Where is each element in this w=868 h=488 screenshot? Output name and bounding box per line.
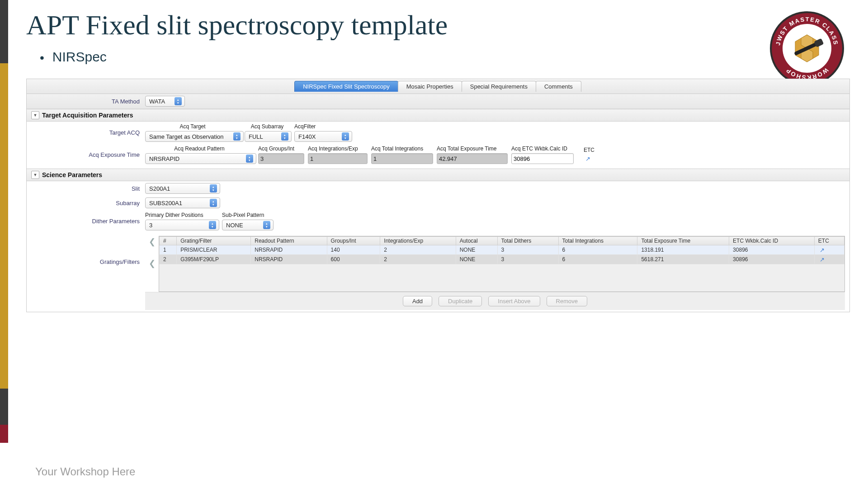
hdr-acq-calcid: Acq ETC Wkbk.Calc ID <box>511 145 567 152</box>
row-reorder-controls: ❮ ❮ <box>145 234 159 292</box>
hdr-acq-totint: Acq Total Integrations <box>371 145 423 152</box>
tab-special-req[interactable]: Special Requirements <box>462 81 536 92</box>
side-accent-red <box>0 425 8 443</box>
tab-comments[interactable]: Comments <box>536 81 581 92</box>
select-primary-dither[interactable]: 3 <box>145 220 219 230</box>
etc-link-icon[interactable]: ↗ <box>584 155 592 163</box>
label-ta-method: TA Method <box>31 98 145 105</box>
duplicate-button[interactable]: Duplicate <box>439 296 482 306</box>
hdr-acq-totexp: Acq Total Exposure Time <box>437 145 497 152</box>
tab-bar: NIRSpec Fixed Slit Spectroscopy Mosaic P… <box>27 79 849 94</box>
col-totexp[interactable]: Total Exposure Time <box>637 237 729 245</box>
bullet-nirspec: NIRSpec <box>40 49 850 65</box>
hdr-acq-intexp: Acq Integrations/Exp <box>308 145 358 152</box>
col-grating-filter[interactable]: Grating/Filter <box>177 237 251 245</box>
chevron-updown-icon <box>233 132 241 141</box>
hdr-acq-subarray: Acq Subarray <box>251 123 284 130</box>
col-groups[interactable]: Groups/Int <box>327 237 380 245</box>
field-acq-intexp <box>308 153 368 164</box>
col-totint[interactable]: Total Integrations <box>558 237 637 245</box>
page-title: APT Fixed slit spectroscopy template <box>26 9 850 41</box>
hdr-acq-target: Acq Target <box>179 123 205 130</box>
field-acq-totint <box>371 153 433 164</box>
select-acq-readout[interactable]: NRSRAPID <box>145 153 256 164</box>
footer-text: Your Workshop Here <box>35 465 135 478</box>
select-acq-filter[interactable]: F140X <box>294 131 352 142</box>
add-button[interactable]: Add <box>403 296 432 306</box>
col-num[interactable]: # <box>160 237 177 245</box>
chevron-updown-icon <box>210 184 217 192</box>
field-acq-calcid[interactable] <box>511 153 574 164</box>
select-ta-method[interactable]: WATA <box>145 96 185 107</box>
move-down-icon[interactable]: ❮ <box>149 258 156 268</box>
table-button-bar: Add Duplicate Insert Above Remove <box>145 292 845 310</box>
col-intexp[interactable]: Integrations/Exp <box>380 237 456 245</box>
chevron-updown-icon <box>246 155 253 163</box>
insert-above-button[interactable]: Insert Above <box>488 296 540 306</box>
etc-link-icon[interactable]: ↗ <box>818 255 826 263</box>
section-science-params[interactable]: ▼ Science Parameters <box>27 169 849 181</box>
hdr-acq-groups: Acq Groups/Int <box>258 145 294 152</box>
hdr-acq-filter: AcqFilter <box>294 123 316 130</box>
label-gratings-filters: Gratings/Filters <box>31 234 145 265</box>
table-row[interactable]: 2 G395M/F290LP NRSRAPID 600 2 NONE 3 6 5 <box>160 255 844 264</box>
side-accent-dark2 <box>0 389 8 425</box>
hdr-acq-etc: ETC <box>584 147 594 153</box>
side-accent-gold <box>0 63 8 389</box>
select-slit[interactable]: S200A1 <box>145 183 220 194</box>
chevron-updown-icon <box>209 221 216 229</box>
select-subpixel[interactable]: NONE <box>222 220 274 230</box>
col-totdith[interactable]: Total Dithers <box>497 237 558 245</box>
chevron-updown-icon <box>175 97 182 105</box>
chevron-updown-icon <box>342 132 349 141</box>
tab-fixed-slit[interactable]: NIRSpec Fixed Slit Spectroscopy <box>294 81 398 92</box>
chevron-updown-icon <box>281 132 288 141</box>
hdr-primary-dither: Primary Dither Positions <box>145 212 203 218</box>
section-target-acq[interactable]: ▼ Target Acquisition Parameters <box>27 109 849 122</box>
col-autocal[interactable]: Autocal <box>456 237 497 245</box>
tab-mosaic[interactable]: Mosaic Properties <box>398 81 462 92</box>
disclosure-triangle-icon[interactable]: ▼ <box>31 171 39 179</box>
apt-panel: NIRSpec Fixed Slit Spectroscopy Mosaic P… <box>26 79 850 312</box>
label-subarray: Subarray <box>31 200 145 206</box>
label-acq-exp-time: Acq Exposure Time <box>31 151 145 158</box>
move-up-icon[interactable]: ❮ <box>149 237 156 247</box>
side-accent-dark <box>0 0 8 63</box>
remove-button[interactable]: Remove <box>547 296 587 306</box>
chevron-updown-icon <box>263 221 270 229</box>
hdr-acq-readout: Acq Readout Pattern <box>174 145 224 152</box>
select-acq-target[interactable]: Same Target as Observation <box>145 131 244 142</box>
table-row[interactable]: 1 PRISM/CLEAR NRSRAPID 140 2 NONE 3 6 13 <box>160 245 844 255</box>
col-etc[interactable]: ETC <box>814 237 844 245</box>
etc-link-icon[interactable]: ↗ <box>818 246 826 254</box>
disclosure-triangle-icon[interactable]: ▼ <box>31 111 39 119</box>
select-acq-subarray[interactable]: FULL <box>245 131 292 142</box>
label-dither-params: Dither Parameters <box>31 218 145 225</box>
chevron-updown-icon <box>210 199 217 207</box>
field-acq-totexp <box>437 153 508 164</box>
col-readout[interactable]: Readout Pattern <box>251 237 327 245</box>
col-wkbk[interactable]: ETC Wkbk.Calc ID <box>729 237 815 245</box>
label-slit: Slit <box>31 185 145 192</box>
hdr-subpixel: Sub-Pixel Pattern <box>222 212 264 218</box>
gratings-table[interactable]: # Grating/Filter Readout Pattern Groups/… <box>159 236 845 292</box>
field-acq-groups <box>258 153 304 164</box>
label-target-acq: Target ACQ <box>31 129 145 136</box>
select-subarray[interactable]: SUBS200A1 <box>145 197 220 208</box>
